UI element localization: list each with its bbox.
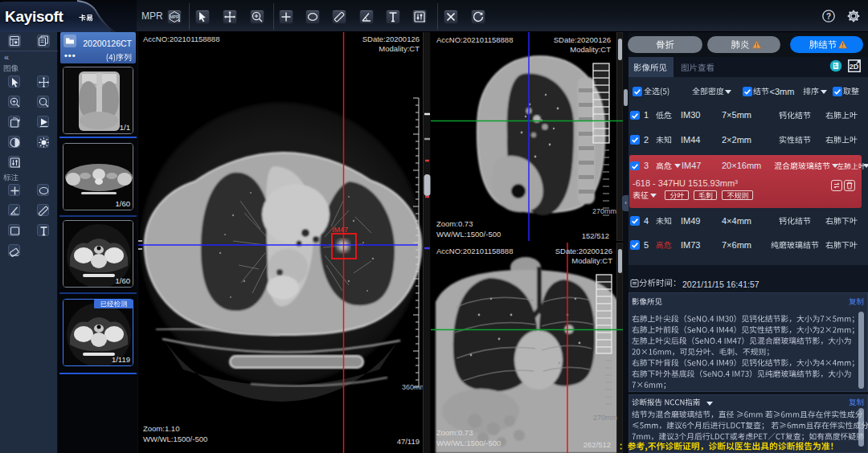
svg-text:MPR: MPR <box>170 14 179 19</box>
svg-text:?: ? <box>826 12 831 21</box>
svg-text:2D: 2D <box>850 63 859 71</box>
